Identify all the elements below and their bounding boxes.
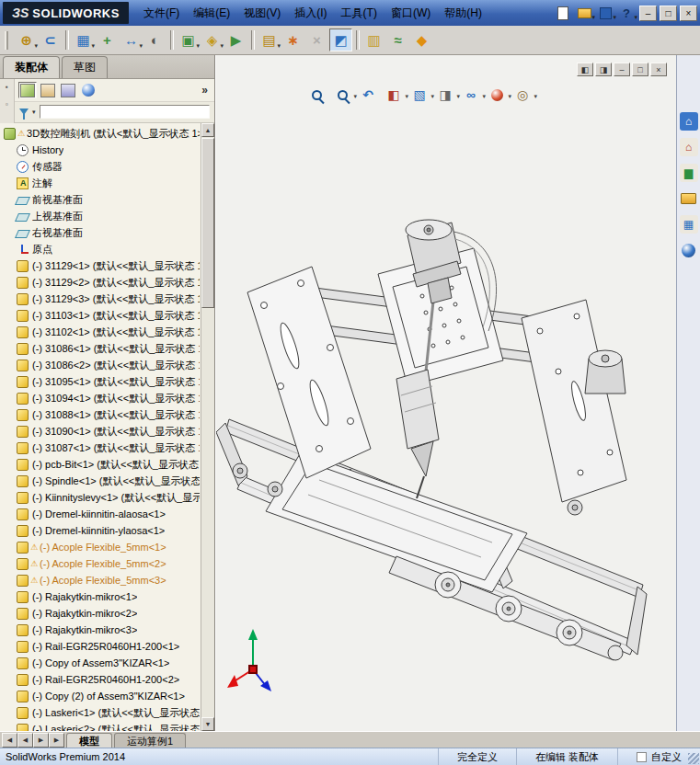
close-doc-button[interactable]: ×	[650, 63, 667, 76]
assembly-visualization-icon[interactable]: ▥	[362, 29, 385, 51]
scroll-up-icon[interactable]: ▲	[201, 123, 214, 137]
pane-left-icon[interactable]: ◧	[577, 63, 593, 76]
filter-input[interactable]	[40, 105, 210, 119]
tree-item[interactable]: ⚠ (-) Laskeri<1> (默认<<默认_显示状态 1>)	[0, 704, 200, 721]
tree-origin[interactable]: ⚠ 原点	[0, 241, 200, 257]
graphics-area[interactable]: ◧◨–□× ↶◧▧◨∞◎	[215, 55, 676, 731]
file-explorer-icon[interactable]	[680, 189, 698, 208]
pane-right-icon[interactable]: ◨	[595, 63, 612, 76]
previous-view-icon[interactable]: ↶	[360, 86, 376, 103]
help-icon[interactable]: ?	[617, 4, 636, 22]
mate-icon[interactable]: ⊂	[39, 29, 62, 51]
tree-item[interactable]: ⚠ (-) 31094<1> (默认<<默认_显示状态 1>)	[0, 390, 200, 406]
insert-components-icon[interactable]: ⊕	[15, 29, 38, 51]
tree-item[interactable]: ⚠ (-) Rajakytkin-mikro<2>	[0, 605, 200, 622]
simulation-icon[interactable]: ≈	[386, 29, 409, 51]
pin-pane-icon[interactable]: ▪	[6, 84, 8, 91]
reference-geometry-icon[interactable]: ◈	[201, 29, 224, 51]
displaymanager-tab-icon[interactable]	[79, 82, 98, 98]
menu-view[interactable]: 视图(V)	[237, 4, 287, 23]
configurationmanager-tab-icon[interactable]	[59, 82, 77, 98]
zoom-area-icon[interactable]	[334, 86, 350, 103]
tree-item[interactable]: ⚠ (-) 31129<2> (默认<<默认_显示状态 1>)	[0, 274, 200, 291]
design-library-icon[interactable]: ▆	[680, 164, 698, 182]
propertymanager-tab-icon[interactable]	[39, 82, 57, 98]
tree-item[interactable]: ⚠ (-) Copy of Assem3"KIZAR<1>	[0, 655, 200, 671]
resources-tab-icon[interactable]: ⌂	[680, 112, 698, 131]
tree-top-plane[interactable]: ⚠ 上视基准面	[0, 208, 200, 224]
tab-scroll-first-button[interactable]: ◀	[2, 733, 17, 748]
tree-item[interactable]: ⚠ (-) 31103<1> (默认<<默认_显示状态 1>)	[0, 307, 200, 324]
tree-front-plane[interactable]: ⚠ 前视基准面	[0, 191, 200, 208]
minimize-button[interactable]: –	[639, 6, 657, 21]
open-document-icon[interactable]	[575, 4, 593, 22]
display-style-icon[interactable]: ◨	[437, 86, 453, 103]
menu-edit[interactable]: 编辑(E)	[187, 4, 236, 23]
tab-motion-study[interactable]: 运动算例1	[114, 733, 186, 748]
hide-show-items-icon[interactable]: ∞	[463, 86, 479, 103]
instant3d-icon[interactable]: ◆	[410, 29, 433, 51]
tree-item[interactable]: ⚠ (-) 31129<1> (默认<<默认_显示状态 1>)	[0, 257, 200, 274]
view-palette-icon[interactable]: ▦	[680, 215, 698, 234]
interference-detection-icon[interactable]: ◩	[329, 29, 352, 51]
smart-fasteners-icon[interactable]: +	[96, 29, 119, 51]
tab-sketch[interactable]: 草图	[62, 56, 108, 78]
tree-right-plane[interactable]: ⚠ 右视基准面	[0, 224, 200, 241]
scene-settings-icon[interactable]: ◎	[514, 86, 531, 103]
linear-pattern-icon[interactable]: ▦	[72, 29, 95, 51]
tree-scrollbar[interactable]: ▲ ▼	[201, 123, 214, 731]
tree-item[interactable]: ⚠ (-) Rail-EGR25R0460H1-200<2>	[0, 671, 200, 688]
tree-item[interactable]: ⚠ (-) Rajakytkin-mikro<3>	[0, 622, 200, 638]
restore-doc-button[interactable]: □	[632, 63, 648, 76]
tree-item[interactable]: ⚠ (-) Acople Flexible_5mm<3>	[0, 572, 200, 588]
tab-scroll-last-button[interactable]: ▶	[49, 733, 64, 748]
tree-root-assembly[interactable]: ⚠ 3D数控雕刻机 (默认<默认_显示状态 1>)	[0, 125, 200, 142]
tree-item[interactable]: ⚠ (-) 31086<1> (默认<<默认_显示状态 1>)	[0, 340, 200, 357]
tab-scroll-next-button[interactable]: ▶	[33, 733, 49, 748]
view-orientation-icon[interactable]: ▧	[411, 86, 428, 103]
tree-item[interactable]: ⚠ (-) 31088<1> (默认<<默认_显示状态 1>)	[0, 406, 200, 423]
exploded-view-icon[interactable]: ∗	[281, 29, 304, 51]
tree-item[interactable]: ⚠ (-) Acople Flexible_5mm<1>	[0, 539, 200, 555]
tree-item[interactable]: ⚠ (-) Rail-EGR25R0460H1-200<1>	[0, 638, 200, 655]
menu-insert[interactable]: 插入(I)	[288, 4, 333, 23]
assembly-features-icon[interactable]: ▣	[177, 29, 200, 51]
tree-item[interactable]: ⚠ (-) Dremel-kiinnitin-ylaosa<1>	[0, 522, 200, 539]
scroll-down-icon[interactable]: ▼	[201, 717, 214, 731]
tree-history[interactable]: ⚠ History	[0, 142, 200, 158]
menu-help[interactable]: 帮助(H)	[438, 4, 488, 23]
scrollbar-thumb[interactable]	[201, 138, 214, 308]
section-view-icon[interactable]: ◧	[385, 86, 402, 103]
menu-file[interactable]: 文件(F)	[137, 4, 186, 23]
tree-annotations[interactable]: ⚠ 注解	[0, 175, 200, 191]
tab-scroll-prev-button[interactable]: ◀	[17, 733, 33, 748]
tree-item[interactable]: ⚠ (-) 31095<1> (默认<<默认_显示状态 1>)	[0, 373, 200, 390]
home-icon[interactable]: ⌂	[680, 138, 698, 156]
close-button[interactable]: ×	[680, 6, 697, 21]
tree-sensors[interactable]: ⚠ 传感器	[0, 158, 200, 175]
show-hidden-components-icon[interactable]: ◐	[143, 29, 166, 51]
minimize-doc-button[interactable]: –	[614, 63, 630, 76]
appearances-scene-icon[interactable]	[680, 241, 698, 259]
tree-item[interactable]: ⚠ (-) Spindle<1> (默认<<默认_显示状态 1>)	[0, 473, 200, 489]
menu-window[interactable]: 窗口(W)	[384, 4, 437, 23]
tree-item[interactable]: ⚠ (-) Laskeri<2> (默认<<默认_显示状态 1>)	[0, 721, 200, 731]
bill-of-materials-icon[interactable]: ▤	[258, 29, 281, 51]
tree-item[interactable]: ⚠ (-) 31087<1> (默认<<默认_显示状态 1>)	[0, 440, 200, 456]
new-document-icon[interactable]	[554, 4, 572, 22]
featuremanager-tab-icon[interactable]	[18, 82, 37, 98]
tree-item[interactable]: ⚠ (-) Copy (2) of Assem3"KIZAR<1>	[0, 688, 200, 704]
tree-item[interactable]: ⚠ (-) Dremel-kiinnitin-alaosa<1>	[0, 506, 200, 522]
tab-assembly[interactable]: 装配体	[3, 56, 60, 78]
tree-item[interactable]: ⚠ (-) Acople Flexible_5mm<2>	[0, 555, 200, 572]
motion-study-icon[interactable]: ▶	[224, 29, 247, 51]
tree-item[interactable]: ⚠ (-) 31129<3> (默认<<默认_显示状态 1>)	[0, 291, 200, 307]
save-icon[interactable]	[596, 4, 614, 22]
tree-item[interactable]: ⚠ (-) 31102<1> (默认<<默认_显示状态 1>)	[0, 324, 200, 340]
restore-button[interactable]: □	[660, 6, 677, 21]
tab-model[interactable]: 模型	[66, 733, 112, 748]
toolbar-grip[interactable]	[5, 31, 8, 50]
tree-item[interactable]: ⚠ (-) 31086<2> (默认<<默认_显示状态 1>)	[0, 357, 200, 373]
move-component-icon[interactable]: ↔	[120, 29, 143, 51]
split-pane-icon[interactable]: ▫	[6, 101, 8, 108]
